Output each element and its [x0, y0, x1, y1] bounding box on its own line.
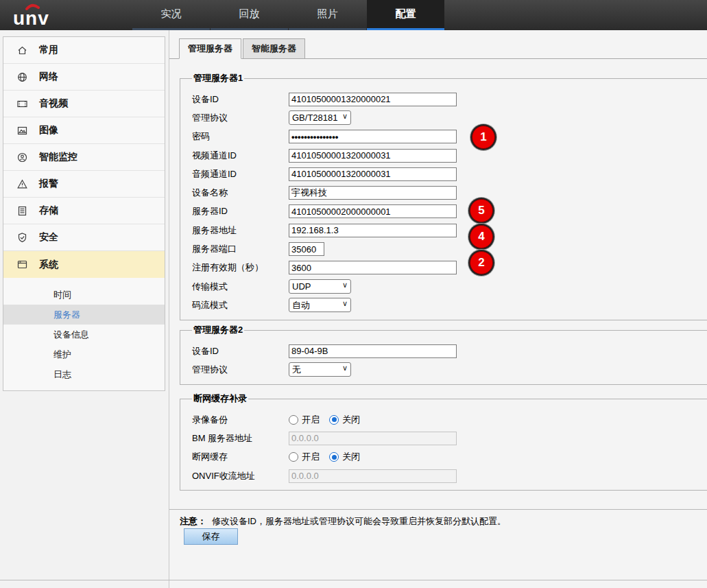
- password-input[interactable]: [289, 130, 457, 143]
- annotation-badge-5: 5: [470, 199, 493, 222]
- sidebar-item-common[interactable]: 常用: [3, 37, 165, 64]
- onvif-address-input: [289, 469, 457, 483]
- device-id2-label: 设备ID: [192, 345, 289, 357]
- section-legend: 管理服务器2: [192, 324, 244, 336]
- stream-mode-select-wrap: 自动: [289, 298, 351, 312]
- image-icon: [16, 125, 28, 137]
- nav-photo[interactable]: 照片: [289, 0, 366, 30]
- audio-channel-id-input[interactable]: [289, 167, 457, 181]
- protocol-label: 管理协议: [192, 112, 289, 124]
- password-label: 密码: [192, 130, 289, 143]
- system-submenu: 时间 服务器 设备信息 维护 日志: [3, 278, 165, 390]
- storage-icon: [16, 205, 28, 217]
- record-backup-off-radio[interactable]: [329, 415, 339, 425]
- register-validity-input[interactable]: [289, 261, 457, 274]
- nav-setup[interactable]: 配置: [367, 0, 444, 30]
- sidebar-item-image[interactable]: 图像: [3, 117, 165, 144]
- audio-channel-id-label: 音频通道ID: [192, 168, 289, 180]
- sidebar-item-smart-monitoring[interactable]: 智能监控: [3, 144, 165, 171]
- form-row: 服务器ID: [192, 202, 707, 221]
- device-name-label: 设备名称: [192, 187, 289, 199]
- protocol-select[interactable]: GB/T28181: [289, 110, 351, 125]
- server-port-label: 服务器端口: [192, 243, 289, 255]
- badge-number: 1: [480, 130, 486, 144]
- device-id-input[interactable]: [289, 93, 457, 106]
- sidebar-item-security[interactable]: 安全: [3, 224, 165, 251]
- form-row: 管理协议 GB/T28181: [192, 108, 707, 127]
- radio-off-label: 关闭: [342, 414, 360, 426]
- transport-mode-label: 传输模式: [192, 281, 289, 293]
- globe-icon: [16, 71, 28, 83]
- tab-smart-server[interactable]: 智能服务器: [243, 38, 305, 58]
- sidebar-item-label: 图像: [39, 124, 58, 137]
- form-row: 设备ID: [192, 342, 707, 360]
- top-nav-bar: unv 实况 回放 照片 配置: [0, 0, 707, 30]
- annotation-badge-1: 1: [472, 126, 495, 149]
- section-legend: 断网缓存补录: [192, 392, 248, 405]
- device-id2-input[interactable]: [289, 344, 457, 358]
- device-name-input[interactable]: [289, 186, 457, 200]
- onvif-address-label: ONVIF收流地址: [192, 470, 289, 482]
- form-row: 密码: [192, 128, 707, 146]
- video-channel-id-label: 视频通道ID: [192, 150, 289, 162]
- sidebar-item-system[interactable]: 系统: [3, 251, 165, 278]
- server-id-input[interactable]: [289, 204, 457, 218]
- sidebar-item-label: 系统: [39, 259, 58, 271]
- shield-icon: [16, 232, 28, 244]
- nav-playback[interactable]: 回放: [211, 0, 288, 30]
- badge-number: 5: [478, 204, 484, 217]
- note-body: 修改设备ID，服务器地址或管理协议可能会导致重启并恢复部分默认配置。: [212, 516, 506, 526]
- record-backup-on-radio[interactable]: [289, 415, 298, 425]
- form-row: 视频通道ID: [192, 146, 707, 165]
- form-row: 注册有效期（秒）: [192, 259, 707, 277]
- annotation-badge-4: 4: [470, 225, 493, 248]
- offline-cache-label: 断网缓存: [192, 451, 289, 463]
- sidebar-item-label: 存储: [39, 204, 58, 217]
- home-icon: [16, 45, 28, 56]
- badge-number: 4: [478, 230, 484, 244]
- submenu-item-log[interactable]: 日志: [3, 364, 165, 384]
- note-divider: [169, 509, 707, 510]
- transport-mode-select[interactable]: UDP: [289, 279, 351, 294]
- sidebar: 常用 网络 音视频 图像 智能监控 报警 存储 安全 系统 时间 服务器 设备信…: [3, 36, 165, 391]
- radio-off-label: 关闭: [342, 451, 360, 463]
- form-row: 服务器端口: [192, 239, 707, 258]
- unv-logo: unv: [8, 1, 63, 32]
- register-validity-label: 注册有效期（秒）: [192, 261, 289, 274]
- bm-server-address-input: [289, 432, 457, 445]
- radio-on-label: 开启: [302, 414, 320, 426]
- form-row: 服务器地址: [192, 221, 707, 239]
- stream-mode-select[interactable]: 自动: [289, 298, 351, 312]
- sidebar-item-label: 音视频: [39, 97, 68, 110]
- sidebar-item-label: 智能监控: [39, 151, 77, 163]
- submenu-item-server[interactable]: 服务器: [3, 305, 165, 325]
- tab-management-server[interactable]: 管理服务器: [179, 38, 241, 59]
- sidebar-item-label: 报警: [39, 178, 58, 190]
- record-backup-label: 录像备份: [192, 414, 289, 426]
- form-row: 录像备份 开启 关闭: [192, 410, 707, 429]
- offline-cache-off-radio[interactable]: [329, 452, 339, 462]
- sidebar-item-network[interactable]: 网络: [3, 64, 165, 91]
- offline-cache-on-radio[interactable]: [289, 452, 298, 462]
- nav-live[interactable]: 实况: [132, 0, 210, 30]
- sidebar-item-storage[interactable]: 存储: [3, 198, 165, 224]
- submenu-item-device-info[interactable]: 设备信息: [3, 325, 165, 344]
- submenu-item-time[interactable]: 时间: [3, 285, 165, 305]
- submenu-item-maintenance[interactable]: 维护: [3, 344, 165, 364]
- form-row: ONVIF收流地址: [192, 467, 707, 485]
- protocol2-select[interactable]: 无: [289, 362, 351, 377]
- content-tabs: 管理服务器 智能服务器: [169, 38, 707, 59]
- system-icon: [16, 259, 28, 270]
- video-channel-id-input[interactable]: [289, 149, 457, 163]
- save-button[interactable]: 保存: [184, 528, 238, 545]
- section-legend: 管理服务器1: [192, 72, 244, 84]
- svg-text:unv: unv: [13, 8, 49, 29]
- server-address-input[interactable]: [289, 224, 457, 237]
- management-server1-section: 管理服务器1 设备ID 管理协议 GB/T28181 密码 视频通道ID 音频通…: [180, 72, 707, 320]
- smart-monitor-icon: [16, 152, 28, 163]
- device-id-label: 设备ID: [192, 93, 289, 106]
- sidebar-item-alarm[interactable]: 报警: [3, 171, 165, 198]
- sidebar-item-audio-video[interactable]: 音视频: [3, 91, 165, 117]
- server-port-input[interactable]: [289, 242, 324, 256]
- film-icon: [16, 98, 28, 110]
